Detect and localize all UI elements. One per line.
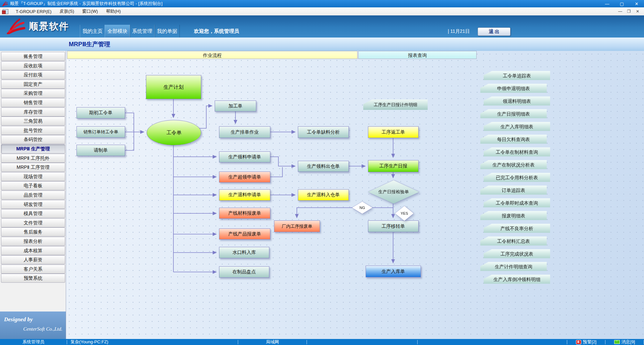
- page-title: MRPⅡ生产管理: [69, 40, 110, 48]
- sidebar-item[interactable]: 客户关系: [1, 265, 65, 274]
- flow-node-daily-check[interactable]: 生产日报检验单: [368, 180, 419, 204]
- flow-node-return-apply[interactable]: 生产退料申请单: [219, 189, 270, 201]
- status-alert[interactable]: 预警[2]: [567, 340, 605, 344]
- flow-node-nozzle-in[interactable]: 水口料入库: [219, 247, 269, 258]
- report-button[interactable]: 生产计件明细查询: [480, 262, 547, 271]
- flow-node-material-apply[interactable]: 生产领料申请单: [219, 151, 270, 162]
- sidebar-item[interactable]: 现场管理: [1, 172, 65, 181]
- report-button[interactable]: 工令单追踪表: [484, 71, 550, 80]
- flow-node-scheduling[interactable]: 生产排单作业: [219, 126, 270, 138]
- date-separator: |: [448, 28, 449, 34]
- minimize-button[interactable]: —: [600, 0, 614, 7]
- date-text: 11月21日: [450, 28, 470, 34]
- flow-node-rework-order[interactable]: 工序返工单: [368, 126, 419, 138]
- report-button[interactable]: 生产日报明细表: [480, 109, 547, 118]
- sidebar-item[interactable]: 人事薪资: [1, 255, 65, 264]
- menu-item[interactable]: 帮助(H): [102, 7, 125, 15]
- sidebar-item[interactable]: 文件管理: [1, 218, 65, 227]
- report-button[interactable]: 工序完成状况表: [484, 249, 550, 258]
- mdi-close-button[interactable]: ✕: [633, 9, 642, 14]
- company-logo-icon: [6, 18, 26, 34]
- menu-item[interactable]: T-GROUP ERP(E): [12, 7, 56, 15]
- sidebar-item[interactable]: 售后服务: [1, 227, 65, 236]
- sidebar-item[interactable]: 模具管理: [1, 209, 65, 218]
- sidebar-item[interactable]: 销售管理: [1, 98, 65, 107]
- credit-line2: CenterSoft Co.,Ltd.: [23, 326, 62, 332]
- report-button[interactable]: 工令材料汇总表: [480, 236, 547, 246]
- flow-node-init-wo[interactable]: 期初工令单: [76, 107, 125, 119]
- welcome-text: 欢迎您，系统管理员: [194, 25, 239, 38]
- flow-section-header: 作业流程: [67, 51, 358, 59]
- sidebar-item[interactable]: 采购管理: [1, 89, 65, 98]
- sidebar-item[interactable]: 库存管理: [1, 108, 65, 117]
- credit-line1: Designed by: [4, 316, 33, 323]
- tab-我的主页[interactable]: 我的主页: [80, 25, 105, 38]
- sidebar-item[interactable]: MRPⅡ 工序管理: [1, 163, 65, 172]
- sidebar-item[interactable]: MRPⅡ 生产管理: [1, 144, 65, 153]
- tab-我的单据[interactable]: 我的单据: [154, 25, 180, 38]
- report-button[interactable]: 产线不良率分析: [484, 224, 550, 233]
- flow-node-mfg-request[interactable]: 请制单: [76, 145, 125, 156]
- sidebar-item[interactable]: 条码管控: [1, 135, 65, 144]
- status-empty-2: [418, 340, 567, 344]
- flow-node-work-order[interactable]: 工令单: [147, 120, 201, 145]
- header-date: | 11月21日: [448, 25, 470, 38]
- mdi-minimize-button[interactable]: —: [616, 9, 625, 14]
- report-button[interactable]: 已完工令用料分析表: [484, 173, 550, 182]
- close-button[interactable]: ✕: [629, 0, 644, 7]
- flow-node-piecework-detail[interactable]: 工序生产日报计件明细: [363, 99, 428, 110]
- report-button[interactable]: 领退料明细表: [484, 96, 550, 106]
- flow-node-line-product-scrap[interactable]: 产线产品报废单: [219, 228, 270, 239]
- sidebar-item[interactable]: MRPⅡ 工序托外: [1, 154, 65, 163]
- menu-item[interactable]: 窗口(W): [78, 7, 102, 15]
- sidebar-item[interactable]: 应付款项: [1, 70, 65, 79]
- status-network: 局域网: [238, 340, 307, 344]
- flow-node-shortage-analysis[interactable]: 工令单缺料分析: [298, 126, 349, 138]
- flow-node-yes[interactable]: YES: [395, 206, 414, 221]
- tab-全部模块[interactable]: 全部模块: [105, 25, 130, 38]
- menu-item[interactable]: 皮肤(S): [56, 7, 78, 15]
- flow-node-wip-count[interactable]: 在制品盘点: [219, 266, 269, 278]
- sidebar-item[interactable]: 账务管理: [1, 52, 65, 61]
- report-button[interactable]: 生产入库明细表: [484, 122, 550, 131]
- mdi-restore-button[interactable]: ❐: [625, 9, 633, 14]
- flow-node-production-inbound[interactable]: 生产入库单: [366, 266, 421, 277]
- sidebar-item[interactable]: 电子看板: [1, 181, 65, 190]
- tab-系统管理[interactable]: 系统管理: [129, 25, 155, 38]
- flow-node-over-apply[interactable]: 生产超领申请单: [219, 171, 270, 183]
- flow-node-inhouse-scrap[interactable]: 厂内工序报废单: [274, 220, 320, 232]
- flow-node-ng[interactable]: NG: [352, 202, 372, 214]
- flow-node-return-in[interactable]: 生产退料入仓单: [298, 189, 349, 201]
- sidebar-nav: Designed by CenterSoft Co.,Ltd. 账务管理应收款项…: [0, 51, 66, 339]
- sidebar-item[interactable]: 预警系统: [1, 274, 65, 283]
- flow-node-plan[interactable]: 生产计划: [146, 75, 201, 99]
- exit-button[interactable]: 退 出: [478, 27, 511, 36]
- report-button[interactable]: 订单追踪表: [480, 186, 547, 195]
- flow-node-so-to-wo[interactable]: 销售订单转工令单: [76, 126, 125, 138]
- maximize-button[interactable]: ▢: [614, 0, 629, 7]
- sidebar-item[interactable]: 品质管理: [1, 191, 65, 200]
- window-title: 顺景『T-GROUP』制造业ERP系统 - 东莞顺景软件科技有限公司 - [系统…: [10, 1, 162, 7]
- report-button[interactable]: 报废明细表: [480, 211, 547, 220]
- report-button[interactable]: 工令单即时成本查询: [484, 198, 550, 207]
- flow-node-process-transfer[interactable]: 工序移转单: [368, 220, 419, 232]
- flow-node-daily-report[interactable]: 工序生产日报: [368, 160, 419, 172]
- flow-node-material-out[interactable]: 生产领料出仓单: [298, 161, 349, 172]
- sidebar-item[interactable]: 成本核算: [1, 246, 65, 255]
- report-button[interactable]: 生产在制状况分析表: [480, 160, 547, 169]
- sidebar-item[interactable]: 研发管理: [1, 200, 65, 209]
- sidebar-item[interactable]: 报表分析: [1, 237, 65, 246]
- report-button[interactable]: 工令单在制材料查询: [484, 147, 550, 156]
- report-button[interactable]: 生产入库倒冲领料明细: [484, 275, 550, 284]
- status-message[interactable]: 消息[9]: [605, 340, 644, 344]
- flow-node-line-material-scrap[interactable]: 产线材料报废单: [219, 208, 270, 219]
- sidebar-item[interactable]: 三角贸易: [1, 117, 65, 126]
- status-bar: 系统管理员 复杂(Young-PC:FZ) 局域网 预警[2] 消息[9]: [0, 339, 644, 345]
- sidebar-item[interactable]: 固定资产: [1, 80, 65, 89]
- sidebar-item[interactable]: 批号管控: [1, 126, 65, 135]
- flow-node-process-order[interactable]: 加工单: [215, 100, 256, 112]
- sidebar-item[interactable]: 应收款项: [1, 61, 65, 70]
- menu-items: T-GROUP ERP(E)皮肤(S)窗口(W)帮助(H): [12, 7, 125, 15]
- report-button[interactable]: 申领申退明细表: [480, 84, 547, 93]
- report-button[interactable]: 每日欠料查询表: [480, 135, 547, 144]
